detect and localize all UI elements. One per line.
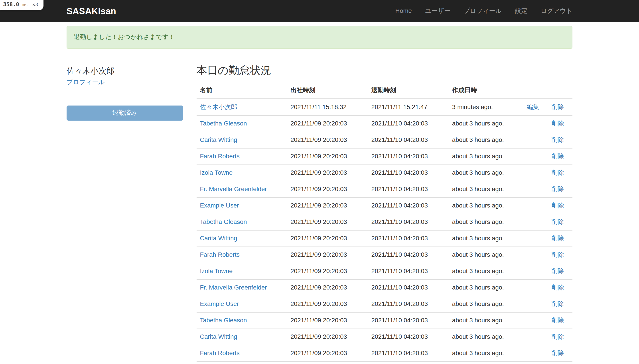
- nav-link-logout[interactable]: ログアウト: [534, 0, 572, 22]
- delete-link[interactable]: 削除: [552, 153, 564, 160]
- cell-created: about 3 hours ago.: [449, 296, 523, 312]
- user-link[interactable]: Izola Towne: [200, 267, 232, 274]
- nav-link-home[interactable]: Home: [389, 0, 419, 22]
- delete-link[interactable]: 削除: [552, 234, 564, 242]
- cell-created: 3 minutes ago.: [449, 99, 523, 116]
- edit-link[interactable]: 編集: [527, 104, 539, 110]
- cell-name: Example User: [196, 296, 287, 312]
- table-row: Izola Towne2021/11/09 20:20:032021/11/10…: [196, 263, 572, 280]
- delete-link[interactable]: 削除: [552, 104, 564, 110]
- page-container: 退勤しました！おつかれさまです！ 佐々木小次郎 プロフィール 退勤済み 本日の勤…: [60, 26, 579, 364]
- nav-item-logout: ログアウト: [534, 0, 572, 22]
- cell-edit: [523, 214, 548, 230]
- nav-item-home: Home: [389, 0, 419, 22]
- cell-clock-out: 2021/11/10 04:20:03: [368, 280, 448, 296]
- cell-name: Izola Towne: [196, 362, 287, 364]
- profiler-time: 358.0: [3, 1, 19, 8]
- delete-link[interactable]: 削除: [552, 136, 564, 144]
- column-header-clock-in: 出社時刻: [287, 83, 368, 99]
- table-row: Farah Roberts2021/11/09 20:20:032021/11/…: [196, 247, 572, 263]
- cell-created: about 3 hours ago.: [449, 263, 523, 280]
- user-link[interactable]: Carita Witting: [200, 333, 237, 340]
- cell-created: about 3 hours ago.: [449, 148, 523, 165]
- cell-delete: 削除: [548, 280, 572, 296]
- cell-delete: 削除: [548, 214, 572, 230]
- delete-link[interactable]: 削除: [552, 120, 564, 127]
- user-link[interactable]: 佐々木小次郎: [200, 104, 237, 110]
- user-link[interactable]: Tabetha Gleason: [200, 316, 247, 324]
- nav-link-users[interactable]: ユーザー: [419, 0, 457, 22]
- delete-link[interactable]: 削除: [552, 333, 564, 340]
- user-link[interactable]: Farah Roberts: [200, 349, 240, 356]
- table-row: 佐々木小次郎2021/11/11 15:18:322021/11/11 15:2…: [196, 99, 572, 116]
- delete-link[interactable]: 削除: [552, 202, 564, 209]
- table-row: Izola Towne2021/11/09 20:20:032021/11/10…: [196, 362, 572, 364]
- column-header-created: 作成日時: [449, 83, 523, 99]
- delete-link[interactable]: 削除: [552, 218, 564, 226]
- delete-link[interactable]: 削除: [552, 316, 564, 324]
- navbar: SASAKIsan Homeユーザープロフィール設定ログアウト: [0, 0, 639, 22]
- cell-delete: 削除: [548, 116, 572, 132]
- cell-clock-out: 2021/11/10 04:20:03: [368, 362, 448, 364]
- nav-item-settings: 設定: [508, 0, 534, 22]
- cell-edit: [523, 247, 548, 263]
- cell-created: about 3 hours ago.: [449, 132, 523, 148]
- flash-message: 退勤しました！おつかれさまです！: [67, 26, 572, 49]
- cell-clock-out: 2021/11/10 04:20:03: [368, 198, 448, 214]
- cell-edit: [523, 230, 548, 247]
- cell-delete: 削除: [548, 312, 572, 329]
- cell-name: Example User: [196, 198, 287, 214]
- profile-link[interactable]: プロフィール: [67, 78, 105, 85]
- cell-clock-in: 2021/11/09 20:20:03: [287, 345, 368, 362]
- table-row: Izola Towne2021/11/09 20:20:032021/11/10…: [196, 165, 572, 181]
- table-row: Tabetha Gleason2021/11/09 20:20:032021/1…: [196, 116, 572, 132]
- cell-edit: [523, 181, 548, 198]
- cell-clock-in: 2021/11/09 20:20:03: [287, 362, 368, 364]
- cell-clock-in: 2021/11/09 20:20:03: [287, 312, 368, 329]
- brand-link[interactable]: SASAKIsan: [67, 5, 116, 17]
- delete-link[interactable]: 削除: [552, 349, 564, 356]
- cell-delete: 削除: [548, 132, 572, 148]
- cell-edit: [523, 132, 548, 148]
- user-link[interactable]: Fr. Marvella Greenfelder: [200, 284, 267, 291]
- user-link[interactable]: Example User: [200, 202, 239, 209]
- cell-name: 佐々木小次郎: [196, 99, 287, 116]
- cell-clock-out: 2021/11/10 04:20:03: [368, 148, 448, 165]
- delete-link[interactable]: 削除: [552, 186, 564, 193]
- nav-link-settings[interactable]: 設定: [508, 0, 534, 22]
- user-link[interactable]: Farah Roberts: [200, 251, 240, 258]
- cell-name: Carita Witting: [196, 132, 287, 148]
- column-header-actions-edit: [523, 83, 548, 99]
- cell-created: about 3 hours ago.: [449, 230, 523, 247]
- clocked-out-button[interactable]: 退勤済み: [67, 105, 183, 120]
- table-row: Example User2021/11/09 20:20:032021/11/1…: [196, 198, 572, 214]
- cell-name: Tabetha Gleason: [196, 214, 287, 230]
- cell-clock-out: 2021/11/10 04:20:03: [368, 345, 448, 362]
- cell-edit: [523, 312, 548, 329]
- user-link[interactable]: Farah Roberts: [200, 153, 240, 160]
- cell-name: Farah Roberts: [196, 247, 287, 263]
- delete-link[interactable]: 削除: [552, 251, 564, 258]
- user-link[interactable]: Tabetha Gleason: [200, 120, 247, 127]
- user-link[interactable]: Tabetha Gleason: [200, 218, 247, 226]
- table-row: Farah Roberts2021/11/09 20:20:032021/11/…: [196, 148, 572, 165]
- cell-clock-in: 2021/11/09 20:20:03: [287, 148, 368, 165]
- cell-delete: 削除: [548, 99, 572, 116]
- delete-link[interactable]: 削除: [552, 169, 564, 176]
- profiler-badge[interactable]: 358.0 ms ×3: [0, 0, 44, 10]
- delete-link[interactable]: 削除: [552, 267, 564, 274]
- user-link[interactable]: Example User: [200, 300, 239, 307]
- delete-link[interactable]: 削除: [552, 300, 564, 307]
- cell-clock-in: 2021/11/09 20:20:03: [287, 165, 368, 181]
- profiler-count: ×3: [32, 2, 38, 8]
- user-link[interactable]: Carita Witting: [200, 234, 237, 242]
- cell-delete: 削除: [548, 198, 572, 214]
- user-link[interactable]: Carita Witting: [200, 136, 237, 144]
- cell-delete: 削除: [548, 148, 572, 165]
- delete-link[interactable]: 削除: [552, 284, 564, 291]
- cell-created: about 3 hours ago.: [449, 165, 523, 181]
- user-link[interactable]: Izola Towne: [200, 169, 232, 176]
- user-link[interactable]: Fr. Marvella Greenfelder: [200, 186, 267, 193]
- cell-created: about 3 hours ago.: [449, 214, 523, 230]
- nav-link-profile[interactable]: プロフィール: [457, 0, 508, 22]
